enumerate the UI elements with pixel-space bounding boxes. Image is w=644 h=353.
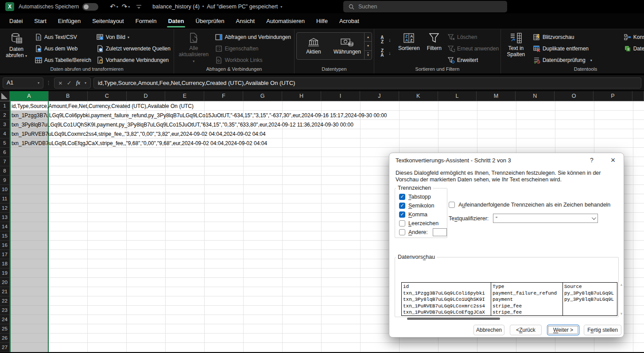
menu-tabs: DateiStartEinfügenSeitenlayoutFormelnDat…	[0, 13, 644, 29]
consolidate-button[interactable]: Konsolidieren	[623, 31, 644, 43]
cancel-entry-icon[interactable]: ×	[58, 79, 62, 87]
gallery-scroll-down-button[interactable]: ▾	[365, 42, 372, 50]
funnel-reapply-icon	[448, 45, 455, 52]
stocks-datatype-button[interactable]: Aktien	[297, 33, 330, 59]
sort-button[interactable]: ZAAZ Sortieren	[396, 31, 422, 51]
data-validation-button[interactable]: Datenüberprüfung ▾	[532, 54, 594, 66]
column-header-c[interactable]: C	[88, 91, 127, 101]
column-header-h[interactable]: H	[282, 91, 321, 101]
scroll-up-icon[interactable]: ▴	[621, 282, 623, 287]
finish-button[interactable]: Fertig stellen	[584, 325, 621, 335]
flash-fill-button[interactable]: Blitzvorschau	[532, 31, 594, 43]
sort-az-button[interactable]: AZ↓	[376, 33, 393, 46]
delimiter-option[interactable]: Semikolon	[399, 202, 447, 209]
column-header-p[interactable]: P	[594, 91, 632, 101]
checkbox-unchecked[interactable]	[399, 229, 405, 235]
scroll-down-icon[interactable]: ▾	[621, 311, 623, 316]
checkbox-checked[interactable]	[399, 203, 405, 209]
workbook-links-button[interactable]: Workbook Links	[214, 54, 292, 66]
next-button[interactable]: Weiter >	[547, 325, 579, 335]
advanced-filter-button[interactable]: Erweitert	[446, 54, 500, 66]
search-placeholder: Suchen	[358, 4, 377, 10]
tab-daten[interactable]: Daten	[162, 13, 190, 29]
autosave-toggle[interactable]	[82, 3, 98, 11]
column-header-o[interactable]: O	[555, 91, 594, 101]
delimiter-option-label: Andere:	[408, 229, 428, 235]
column-header-l[interactable]: L	[438, 91, 477, 101]
other-delimiter-input[interactable]	[433, 228, 447, 236]
from-text-csv-button[interactable]: Aus Text/CSV	[34, 31, 93, 43]
tab-überprüfen[interactable]: Überprüfen	[190, 13, 230, 29]
recent-sources-button[interactable]: Zuletzt verwendete Quellen	[95, 43, 172, 54]
undo-button[interactable]: ↶▾	[110, 3, 118, 11]
refresh-all-button[interactable]: Alle aktualisieren ▾	[176, 31, 212, 65]
from-web-button[interactable]: Aus dem Web	[34, 43, 93, 54]
tab-automatisieren[interactable]: Automatisieren	[260, 13, 310, 29]
tab-formeln[interactable]: Formeln	[130, 13, 163, 29]
name-box[interactable]: A1 ▾	[3, 77, 43, 88]
get-data-button[interactable]: Daten abrufen ▾	[2, 31, 31, 59]
column-header-i[interactable]: I	[321, 91, 360, 101]
consecutive-checkbox[interactable]	[449, 202, 455, 208]
consolidate-icon	[624, 34, 631, 41]
quick-access-menu-button[interactable]	[136, 4, 142, 9]
tab-hilfe[interactable]: Hilfe	[310, 13, 334, 29]
redo-button[interactable]: ↷▾	[122, 3, 130, 11]
checkbox-checked[interactable]	[399, 211, 405, 218]
data-model-button[interactable]: Datenmodell ▾	[623, 43, 644, 54]
checkbox-unchecked[interactable]	[399, 220, 405, 226]
tab-seitenlayout[interactable]: Seitenlayout	[86, 13, 130, 29]
column-header-m[interactable]: M	[477, 91, 516, 101]
delimiter-option[interactable]: Leerzeichen	[399, 220, 447, 226]
dialog-help-button[interactable]: ?	[586, 155, 597, 165]
queries-connections-button[interactable]: Abfragen und Verbindungen	[214, 31, 292, 43]
filter-button[interactable]: Filtern	[425, 31, 444, 51]
tab-acrobat[interactable]: Acrobat	[334, 13, 365, 29]
gallery-scroll-up-button[interactable]: ▴	[365, 33, 372, 42]
sort-za-button[interactable]: ZA↓	[376, 46, 393, 60]
column-header-f[interactable]: F	[204, 91, 243, 101]
preview-vertical-scrollbar[interactable]: ▴ ▾	[619, 282, 624, 316]
column-header-d[interactable]: D	[127, 91, 166, 101]
currencies-datatype-button[interactable]: Währungen	[330, 33, 364, 59]
column-header-g[interactable]: G	[243, 91, 282, 101]
tab-einfügen[interactable]: Einfügen	[52, 13, 86, 29]
cancel-button[interactable]: Abbrechen	[473, 325, 504, 335]
tab-start[interactable]: Start	[28, 13, 52, 29]
remove-duplicates-button[interactable]: Duplikate entfernen	[532, 43, 594, 54]
text-to-columns-button[interactable]: Text inSpalten	[503, 31, 529, 58]
preview-horizontal-scrollbar[interactable]	[407, 318, 500, 320]
preview-cell: payment_failure_refund	[493, 290, 563, 297]
search-input[interactable]: Suchen	[343, 1, 507, 12]
properties-button[interactable]: Eigenschaften	[214, 43, 292, 54]
clear-filter-button[interactable]: Löschen	[446, 31, 500, 43]
column-header-k[interactable]: K	[399, 91, 438, 101]
formula-input[interactable]: id,Type,Source,Amount,Fee,Net,Currency,C…	[93, 77, 641, 88]
tab-ansicht[interactable]: Ansicht	[230, 13, 261, 29]
text-qualifier-label: Textqualifizierer:	[449, 215, 489, 222]
column-header-a[interactable]: A	[10, 91, 49, 101]
delimiter-option[interactable]: Komma	[399, 211, 447, 218]
delimiter-option[interactable]: Tabstopp	[399, 193, 447, 200]
from-picture-button[interactable]: Von Bild ▾	[95, 31, 172, 43]
from-table-range-button[interactable]: Aus Tabelle/Bereich	[34, 54, 93, 66]
consecutive-delimiters-option[interactable]: Aufeinanderfolgende Trennzeichen als ein…	[449, 202, 610, 208]
text-qualifier-select[interactable]: "	[493, 214, 598, 223]
tab-datei[interactable]: Datei	[4, 13, 28, 29]
checkbox-checked[interactable]	[399, 194, 405, 200]
select-all-corner[interactable]	[0, 91, 10, 101]
insert-function-icon[interactable]: fx	[76, 79, 80, 86]
combo-arrow[interactable]	[589, 214, 597, 223]
back-button[interactable]: < Zurück	[510, 325, 542, 335]
gallery-more-button[interactable]: ▾	[365, 51, 372, 59]
delimiter-option[interactable]: Andere:	[399, 229, 447, 235]
column-header-b[interactable]: B	[49, 91, 88, 101]
dialog-close-button[interactable]: ×	[607, 155, 619, 165]
column-header-j[interactable]: J	[360, 91, 399, 101]
confirm-entry-icon[interactable]: ✓	[67, 80, 72, 86]
column-header-e[interactable]: E	[165, 91, 204, 101]
existing-connections-button[interactable]: Vorhandene Verbindungen	[95, 54, 172, 66]
column-header-n[interactable]: N	[516, 91, 555, 101]
reapply-filter-button[interactable]: Erneut anwenden	[446, 43, 500, 54]
document-title[interactable]: balance_history (4) • Auf "diesem PC" ge…	[152, 4, 282, 10]
